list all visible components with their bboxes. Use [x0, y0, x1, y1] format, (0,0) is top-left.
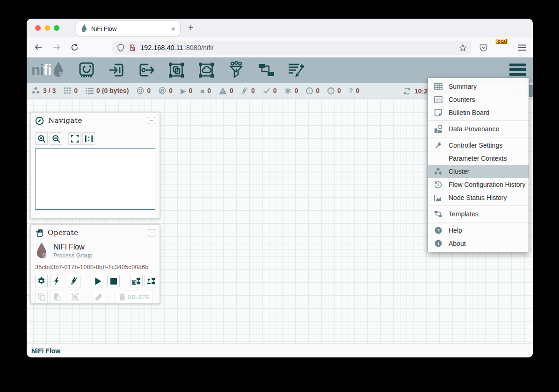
menu-item-data-provenance[interactable]: Data Provenance — [428, 122, 529, 135]
birdseye-brush[interactable] — [35, 212, 155, 217]
minimize-window-button[interactable] — [44, 25, 50, 31]
birdseye-minimap[interactable] — [35, 148, 155, 210]
collapse-operate-button[interactable]: – — [148, 229, 155, 236]
menu-item-bulletin-board[interactable]: Bulletin Board — [428, 106, 529, 119]
stat-active-threads: 0 — [64, 87, 78, 94]
svg-text:?: ? — [437, 228, 440, 233]
breadcrumb: NiFi Flow — [27, 343, 533, 357]
stat-up-to-date: 0 — [263, 87, 277, 94]
shield-icon[interactable] — [117, 44, 124, 52]
output-port-drag-icon[interactable] — [138, 61, 155, 79]
upload-template-button[interactable] — [145, 275, 157, 287]
menu-item-about[interactable]: i About — [428, 237, 529, 250]
browser-tab[interactable]: NiFi Flow × — [76, 21, 180, 36]
browser-window: NiFi Flow × + 192.168.40.11:8080/nifi/ l… — [27, 19, 533, 357]
process-group-drag-icon[interactable] — [167, 61, 185, 79]
remote-process-group-drag-icon[interactable] — [197, 61, 215, 79]
menu-item-flow-configuration-history[interactable]: Flow Configuration History — [428, 178, 529, 191]
color-brush-button[interactable] — [93, 291, 105, 303]
template-drag-icon[interactable] — [257, 61, 275, 79]
window-controls — [35, 25, 59, 31]
browser-menu-icon[interactable] — [518, 44, 526, 51]
pocket-icon[interactable] — [479, 43, 488, 52]
bookmark-star-icon[interactable] — [459, 44, 467, 52]
menu-item-controller-settings[interactable]: Controller Settings — [428, 139, 529, 152]
stat-locally-modified-stale: ! 0 — [327, 87, 341, 94]
about-icon: i — [434, 240, 443, 247]
menu-item-templates[interactable]: Templates — [428, 207, 529, 221]
operate-title: Operate — [48, 228, 78, 237]
up-to-date-icon — [263, 87, 270, 94]
reload-icon[interactable] — [71, 43, 79, 51]
navigate-title: Navigate — [48, 116, 82, 125]
start-button[interactable] — [92, 275, 104, 287]
locally-modified-icon — [284, 87, 291, 94]
running-icon: ▶ — [181, 87, 186, 94]
operate-panel: Operate – NiFi Flow Process Group 35cbd3… — [30, 224, 160, 304]
tab-title: NiFi Flow — [91, 25, 167, 32]
group-button[interactable] — [69, 291, 81, 303]
breadcrumb-root[interactable]: NiFi Flow — [31, 347, 60, 355]
stale-icon: ↑ — [306, 87, 313, 94]
tab-strip: NiFi Flow × + — [27, 19, 533, 37]
data-provenance-icon — [434, 125, 443, 133]
svg-text:i: i — [437, 241, 439, 246]
close-window-button[interactable] — [35, 25, 41, 31]
paste-button[interactable] — [51, 291, 63, 303]
counters-icon: 23 — [434, 96, 443, 103]
logo-drop-icon — [52, 62, 65, 78]
menu-item-parameter-contexts[interactable]: Parameter Contexts — [428, 152, 529, 165]
enable-button[interactable] — [51, 275, 63, 287]
account-badge: local — [495, 39, 508, 44]
node-status-history-icon — [434, 194, 443, 201]
menu-item-cluster[interactable]: Cluster — [428, 165, 529, 178]
zoom-fit-button[interactable] — [68, 132, 81, 145]
bulletin-board-icon — [434, 109, 443, 116]
menu-separator — [428, 137, 529, 137]
url-host: 192.168.40.11 — [140, 44, 183, 51]
menu-item-counters[interactable]: 23 Counters — [428, 93, 529, 106]
menu-item-summary[interactable]: Summary — [428, 80, 529, 93]
menu-item-help[interactable]: ? Help — [428, 224, 529, 237]
input-port-drag-icon[interactable] — [108, 61, 125, 79]
disable-button[interactable] — [68, 275, 80, 287]
refresh-icon[interactable] — [403, 87, 411, 95]
back-icon[interactable] — [34, 43, 43, 51]
configure-button[interactable] — [35, 275, 48, 287]
funnel-drag-icon[interactable] — [227, 61, 245, 79]
threads-icon — [64, 87, 71, 94]
processor-drag-icon[interactable] — [78, 61, 95, 79]
transmitting-icon — [137, 87, 144, 94]
zoom-window-button[interactable] — [54, 25, 59, 31]
copy-button[interactable] — [35, 291, 48, 303]
stat-connected-nodes: 3 / 3 — [31, 87, 56, 95]
address-field[interactable]: 192.168.40.11:8080/nifi/ — [112, 41, 472, 55]
zoom-in-button[interactable] — [35, 132, 48, 145]
menu-separator — [428, 121, 529, 121]
not-transmitting-icon — [159, 87, 166, 94]
history-icon — [434, 181, 443, 189]
logo-fi: fi — [44, 62, 51, 78]
zoom-actual-size-button[interactable] — [82, 132, 95, 145]
insecure-lock-icon[interactable] — [129, 44, 136, 52]
new-tab-button[interactable]: + — [188, 22, 194, 33]
sync-failure-icon: ? — [349, 87, 353, 94]
collapse-navigate-button[interactable]: – — [148, 117, 155, 124]
save-template-button[interactable] — [130, 275, 143, 287]
label-drag-icon[interactable] — [287, 61, 305, 79]
account-avatar[interactable]: local — [497, 42, 508, 53]
stat-queued: 0 (0 bytes) — [86, 87, 129, 94]
stop-button[interactable] — [107, 275, 120, 287]
stat-stale: ↑ 0 — [306, 87, 319, 94]
navigate-panel: Navigate – — [30, 112, 160, 219]
menu-item-node-status-history[interactable]: Node Status History — [428, 191, 529, 204]
summary-icon — [434, 83, 443, 90]
stat-sync-failure: ? 0 — [349, 87, 359, 94]
zoom-out-button[interactable] — [50, 132, 62, 145]
forward-icon[interactable] — [52, 43, 61, 51]
tab-close-icon[interactable]: × — [171, 25, 175, 32]
global-menu-button[interactable] — [509, 64, 526, 76]
url-bar: 192.168.40.11:8080/nifi/ local — [27, 37, 533, 57]
invalid-icon — [219, 87, 227, 94]
delete-button[interactable]: DELETE — [116, 291, 153, 303]
